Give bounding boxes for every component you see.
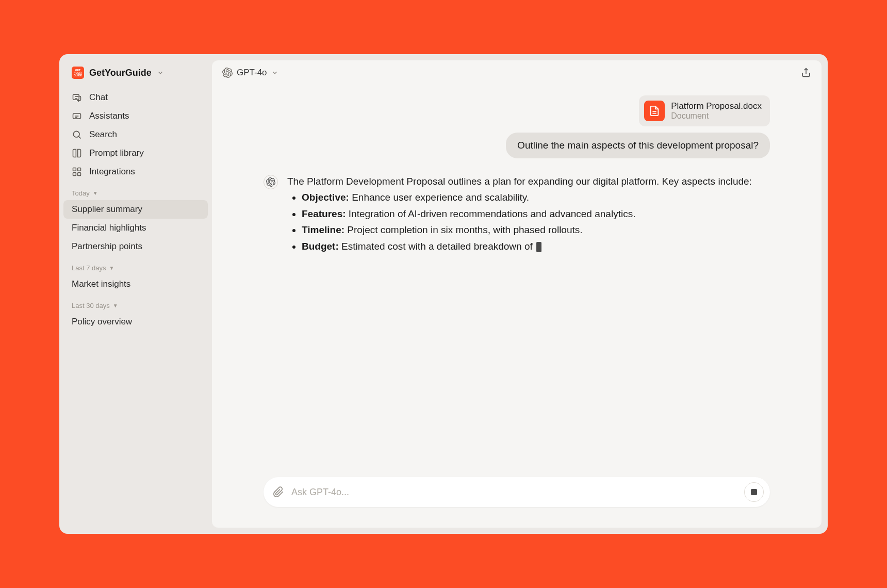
message-input[interactable] bbox=[291, 487, 737, 498]
caret-down-icon: ▼ bbox=[113, 303, 118, 308]
input-bar-wrap bbox=[212, 477, 822, 528]
document-icon-box bbox=[644, 101, 665, 121]
history-item-financial-highlights[interactable]: Financial highlights bbox=[63, 219, 208, 237]
section-today-label: Today bbox=[72, 189, 90, 197]
section-today-header[interactable]: Today ▼ bbox=[63, 181, 208, 200]
section-last7-header[interactable]: Last 7 days ▼ bbox=[63, 256, 208, 275]
chevron-down-icon bbox=[157, 69, 164, 76]
bullet-objective: Objective: Enhance user experience and s… bbox=[302, 190, 752, 205]
openai-icon bbox=[266, 177, 275, 187]
stop-button[interactable] bbox=[744, 482, 764, 502]
search-icon bbox=[72, 129, 82, 140]
bullet-budget: Budget: Estimated cost with a detailed b… bbox=[302, 239, 752, 254]
section-last30-header[interactable]: Last 30 days ▼ bbox=[63, 293, 208, 313]
history-item-market-insights[interactable]: Market insights bbox=[63, 275, 208, 293]
history-item-policy-overview[interactable]: Policy overview bbox=[63, 313, 208, 331]
main-panel: GPT-4o Platform Proposal.docx Document O… bbox=[212, 60, 822, 528]
sidebar: GET YOUR GUIDE GetYourGuide Chat Assista… bbox=[59, 54, 212, 534]
nav-integrations-label: Integrations bbox=[89, 167, 135, 177]
attachment-card[interactable]: Platform Proposal.docx Document bbox=[639, 95, 770, 126]
nav-search-label: Search bbox=[89, 129, 117, 140]
chat-icon bbox=[72, 92, 82, 103]
nav-assistants[interactable]: Assistants bbox=[63, 107, 208, 125]
app-window: GET YOUR GUIDE GetYourGuide Chat Assista… bbox=[59, 54, 828, 534]
attachment-info: Platform Proposal.docx Document bbox=[671, 101, 762, 121]
svg-rect-7 bbox=[78, 173, 81, 176]
model-name: GPT-4o bbox=[237, 68, 267, 78]
user-message-block: Platform Proposal.docx Document Outline … bbox=[264, 95, 770, 158]
typing-cursor bbox=[536, 242, 541, 252]
section-last30-label: Last 30 days bbox=[72, 302, 110, 309]
attachment-type: Document bbox=[671, 111, 762, 121]
svg-rect-0 bbox=[73, 94, 79, 100]
nav-integrations[interactable]: Integrations bbox=[63, 162, 208, 181]
workspace-logo: GET YOUR GUIDE bbox=[72, 67, 84, 79]
book-icon bbox=[72, 148, 82, 158]
workspace-name: GetYourGuide bbox=[89, 68, 152, 78]
paperclip-icon[interactable] bbox=[273, 486, 284, 498]
assistant-intro: The Platform Development Proposal outlin… bbox=[287, 176, 752, 187]
nav-assistants-label: Assistants bbox=[89, 111, 129, 121]
nav-prompt-library-label: Prompt library bbox=[89, 148, 144, 158]
assistant-bullet-list: Objective: Enhance user experience and s… bbox=[287, 190, 752, 254]
section-last7-label: Last 7 days bbox=[72, 264, 106, 272]
document-icon bbox=[649, 105, 660, 117]
history-item-supplier-summary[interactable]: Supplier summary bbox=[63, 200, 208, 219]
caret-down-icon: ▼ bbox=[93, 190, 98, 196]
nav-search[interactable]: Search bbox=[63, 125, 208, 144]
input-bar bbox=[264, 477, 770, 507]
assistant-message-block: The Platform Development Proposal outlin… bbox=[264, 174, 770, 255]
caret-down-icon: ▼ bbox=[109, 265, 114, 271]
nav-chat-label: Chat bbox=[89, 92, 108, 103]
nav-prompt-library[interactable]: Prompt library bbox=[63, 144, 208, 162]
attachment-title: Platform Proposal.docx bbox=[671, 101, 762, 111]
svg-rect-6 bbox=[73, 173, 76, 176]
grid-icon bbox=[72, 167, 82, 177]
nav-chat[interactable]: Chat bbox=[63, 88, 208, 107]
chevron-down-icon bbox=[271, 69, 278, 76]
model-selector[interactable]: GPT-4o bbox=[222, 68, 278, 78]
conversation: Platform Proposal.docx Document Outline … bbox=[212, 85, 822, 477]
bullet-timeline: Timeline: Project completion in six mont… bbox=[302, 222, 752, 237]
assistant-avatar bbox=[264, 175, 278, 189]
svg-line-3 bbox=[78, 136, 80, 138]
assistants-icon bbox=[72, 111, 82, 121]
svg-rect-5 bbox=[78, 168, 81, 171]
svg-rect-4 bbox=[73, 168, 76, 171]
workspace-switcher[interactable]: GET YOUR GUIDE GetYourGuide bbox=[63, 64, 208, 88]
svg-point-2 bbox=[73, 131, 79, 137]
main-header: GPT-4o bbox=[212, 60, 822, 85]
bullet-features: Features: Integration of AI-driven recom… bbox=[302, 206, 752, 221]
history-item-partnership-points[interactable]: Partnership points bbox=[63, 237, 208, 256]
openai-icon bbox=[222, 68, 233, 78]
share-icon[interactable] bbox=[801, 68, 811, 78]
user-message: Outline the main aspects of this develop… bbox=[506, 133, 770, 158]
assistant-content: The Platform Development Proposal outlin… bbox=[287, 174, 752, 255]
stop-icon bbox=[751, 489, 757, 495]
